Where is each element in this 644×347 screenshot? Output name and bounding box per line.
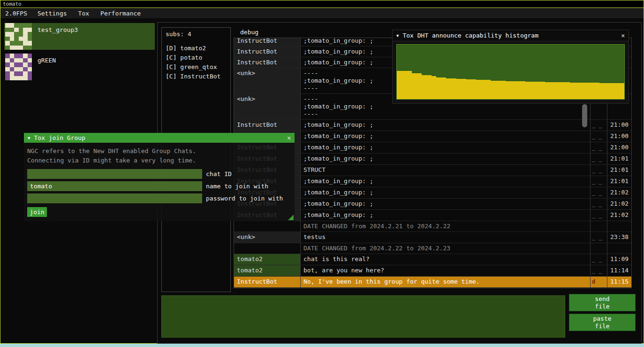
chat-message: No, I've been in this group for quite so… xyxy=(300,277,590,287)
chat-author: InstructBot xyxy=(234,57,300,68)
chat-row[interactable]: DATE CHANGED from 2024.2.22 to 2024.2.23 xyxy=(234,243,631,254)
chat-row[interactable]: DATE CHANGED from 2024.2.21 to 2024.2.22 xyxy=(234,221,631,232)
chat-timestamp: 21:00 xyxy=(607,131,631,142)
histogram-bar xyxy=(446,78,451,99)
join-group-window: ▼ Tox join Group ✕ NGC refers to the New… xyxy=(24,133,295,221)
histogram-bar xyxy=(417,73,422,99)
histogram-bar xyxy=(535,82,540,99)
window-titlebar[interactable]: tomato xyxy=(0,0,644,8)
button-label: file xyxy=(595,323,609,330)
histogram-bar xyxy=(580,83,585,99)
histogram-bar xyxy=(595,83,600,99)
histogram-bar xyxy=(555,82,561,99)
histogram-bar xyxy=(456,79,462,99)
menu-item-settings[interactable]: Settings xyxy=(32,10,73,17)
histogram-bar xyxy=(560,82,565,99)
chat-row[interactable]: tomato2chat is this real?_ _11:09 xyxy=(234,254,631,265)
histogram-bar xyxy=(565,82,570,99)
chat-marks: _ _ xyxy=(590,154,607,164)
histogram-bar xyxy=(397,71,402,99)
chat-author: <unk> xyxy=(234,94,300,119)
histogram-bar xyxy=(590,83,595,99)
chat-row[interactable]: InstructBotNo, I've been in this group f… xyxy=(234,277,631,288)
menubar-items: SettingsToxPerformance xyxy=(32,10,146,17)
chat-author: tomato2 xyxy=(234,254,300,265)
chat-scrollbar-thumb[interactable] xyxy=(582,104,587,127)
histogram-bars xyxy=(397,45,624,99)
join-password-label: password to join with xyxy=(206,195,283,202)
group-item[interactable]: test_group3 xyxy=(4,23,155,50)
histogram-bar xyxy=(471,79,476,99)
menu-item-tox[interactable]: Tox xyxy=(73,10,95,17)
histogram-window-title: Tox DHT announce capability histogram xyxy=(402,32,538,39)
chat-marks xyxy=(590,243,607,254)
chat-author: tomato2 xyxy=(234,265,300,276)
join-name-input[interactable] xyxy=(27,181,202,191)
group-avatar xyxy=(5,54,32,80)
member-item[interactable]: [C] potato xyxy=(166,53,227,62)
paste-file-button[interactable]: paste file xyxy=(569,314,636,331)
chat-timestamp: 21:01 xyxy=(607,165,631,176)
histogram-bar xyxy=(466,79,471,99)
group-avatar xyxy=(5,23,32,50)
chat-marks: _ _ xyxy=(590,120,607,131)
histogram-bar xyxy=(496,81,501,99)
chat-timestamp xyxy=(607,243,631,254)
histogram-bar xyxy=(585,83,590,99)
message-input[interactable] xyxy=(161,295,565,338)
member-item[interactable]: [C] InstructBot xyxy=(166,72,227,81)
chat-timestamp: 21:00 xyxy=(607,142,631,153)
join-window-body: NGC refers to the New DHT enabled Group … xyxy=(24,143,295,221)
resize-grip-icon[interactable] xyxy=(288,215,294,220)
histogram-bar xyxy=(610,83,615,99)
histogram-bar xyxy=(407,71,412,99)
chat-timestamp: 21:02 xyxy=(607,199,631,209)
chat-row[interactable]: InstructBot;tomato_in_group: ;_ _21:00 xyxy=(234,120,631,131)
histogram-bar xyxy=(426,75,432,99)
chat-author xyxy=(234,221,300,231)
window-title: tomato xyxy=(3,1,22,7)
chat-timestamp: 21:02 xyxy=(607,210,631,221)
histogram-bar xyxy=(476,80,481,99)
join-window-titlebar[interactable]: ▼ Tox join Group ✕ xyxy=(24,133,295,143)
member-item[interactable]: [C] green_qtox xyxy=(166,62,227,72)
chat-message: STRUCT xyxy=(300,165,590,176)
chat-message: bot, are you new here? xyxy=(300,265,590,276)
histogram-bar xyxy=(500,81,506,99)
join-button[interactable]: join xyxy=(27,207,47,217)
histogram-bar xyxy=(486,80,491,99)
chat-author: InstructBot xyxy=(234,277,300,287)
chat-row[interactable]: <unk>testus_ _23:38 xyxy=(234,232,631,243)
histogram-bar xyxy=(599,83,605,99)
member-list: [D] tomato2[C] potato[C] green_qtox[C] I… xyxy=(166,44,227,81)
chat-timestamp: 11:14 xyxy=(607,265,631,276)
send-file-button[interactable]: send file xyxy=(569,294,636,311)
chat-message: ;tomato_in_group: ; xyxy=(300,120,590,131)
histogram-bar xyxy=(530,82,536,99)
close-icon[interactable]: ✕ xyxy=(621,32,625,39)
chat-timestamp: 21:01 xyxy=(607,154,631,164)
histogram-bar xyxy=(461,79,466,99)
chat-message: testus xyxy=(300,232,590,243)
chat-marks: _ _ xyxy=(590,265,607,276)
chat-row[interactable]: tomato2bot, are you new here?_ _11:14 xyxy=(234,265,631,277)
chat-marks xyxy=(590,221,607,231)
chat-marks: _ _ xyxy=(590,176,607,187)
group-list: test_group3gREEN xyxy=(4,23,155,84)
close-icon[interactable]: ✕ xyxy=(287,134,291,141)
histogram-plot xyxy=(396,44,625,100)
collapse-arrow-icon[interactable]: ▼ xyxy=(396,33,399,38)
join-password-input[interactable] xyxy=(27,193,202,203)
menu-item-performance[interactable]: Performance xyxy=(95,10,146,17)
chat-marks: _ _ xyxy=(590,187,607,198)
group-item[interactable]: gREEN xyxy=(4,54,155,80)
tab-debug[interactable]: debug xyxy=(234,28,265,37)
histogram-bar xyxy=(575,83,580,99)
collapse-arrow-icon[interactable]: ▼ xyxy=(28,136,30,140)
menubar: 2.0FPS SettingsToxPerformance xyxy=(0,8,644,19)
histogram-bar xyxy=(451,78,456,99)
member-item[interactable]: [D] tomato2 xyxy=(166,44,227,53)
chat-id-input[interactable] xyxy=(27,169,202,179)
histogram-window-titlebar[interactable]: ▼ Tox DHT announce capability histogram … xyxy=(393,30,629,41)
chat-message: ;tomato_in_group: ; xyxy=(300,187,590,198)
